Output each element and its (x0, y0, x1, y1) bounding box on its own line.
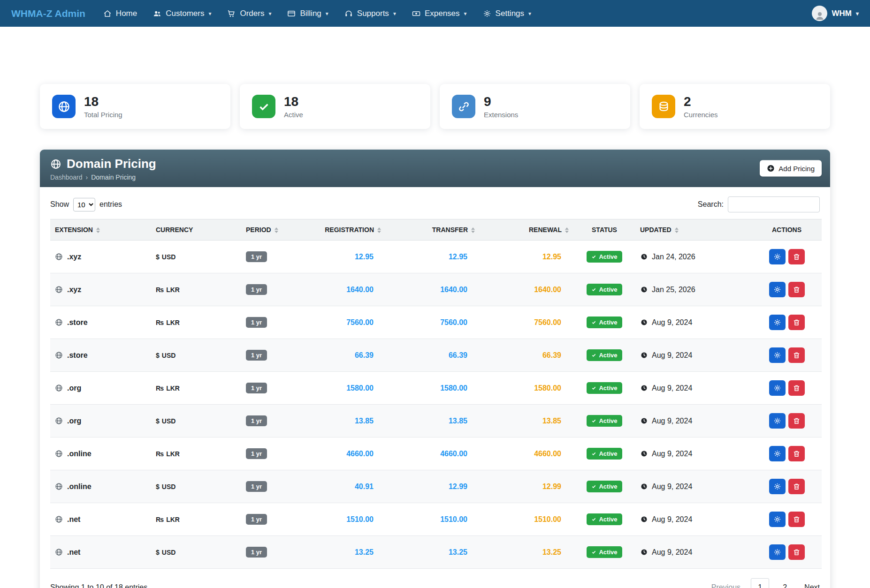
edit-pricing-button[interactable] (769, 249, 786, 264)
check-icon (591, 287, 596, 292)
user-menu[interactable]: WHM ▾ (812, 6, 859, 21)
add-pricing-button[interactable]: Add Pricing (760, 160, 822, 177)
registration-price: 4660.00 (320, 437, 386, 470)
extension-name: .org (67, 417, 81, 425)
renewal-price: 66.39 (480, 339, 573, 372)
nav-item-orders[interactable]: Orders▾ (227, 9, 271, 18)
page-button-2[interactable]: 2 (776, 578, 794, 588)
navbar-menu: HomeCustomers▾Orders▾Billing▾Supports▾Ex… (103, 9, 531, 18)
clock-icon (640, 515, 648, 523)
nav-item-settings[interactable]: Settings▾ (483, 9, 531, 18)
table-row: .store₨LKR1 yr7560.007560.007560.00Activ… (50, 306, 822, 339)
status-badge: Active (587, 415, 622, 427)
clock-icon (640, 482, 648, 490)
delete-pricing-button[interactable] (788, 479, 805, 494)
currency-code: USD (162, 417, 176, 425)
globe-icon (52, 95, 76, 118)
edit-pricing-button[interactable] (769, 446, 786, 461)
table-row: .xyz₨LKR1 yr1640.001640.001640.00ActiveJ… (50, 273, 822, 306)
registration-price: 7560.00 (320, 306, 386, 339)
nav-item-customers[interactable]: Customers▾ (153, 9, 211, 18)
column-header-updated[interactable]: UPDATED (635, 219, 752, 241)
updated-date: Aug 9, 2024 (652, 450, 692, 458)
edit-pricing-button[interactable] (769, 479, 786, 494)
transfer-price: 1640.00 (386, 273, 480, 306)
extension-name: .xyz (67, 286, 81, 294)
edit-pricing-button[interactable] (769, 512, 786, 527)
status-badge: Active (587, 481, 622, 492)
next-page-button[interactable]: Next (804, 583, 820, 588)
currency-code: LKR (166, 516, 180, 523)
delete-pricing-button[interactable] (788, 380, 805, 396)
renewal-price: 1510.00 (480, 503, 573, 536)
nav-item-supports[interactable]: Supports▾ (344, 9, 396, 18)
globe-icon (55, 548, 63, 556)
check-icon (591, 320, 596, 325)
registration-price: 40.91 (320, 470, 386, 503)
clock-icon (640, 417, 648, 425)
nav-item-home[interactable]: Home (103, 9, 137, 18)
edit-pricing-button[interactable] (769, 282, 786, 297)
page-button-1[interactable]: 1 (751, 578, 769, 588)
chevron-down-icon: ▾ (528, 10, 531, 17)
clock-icon (640, 318, 648, 326)
delete-pricing-button[interactable] (788, 512, 805, 527)
extension-name: .org (67, 384, 81, 392)
updated-date: Aug 9, 2024 (652, 482, 692, 490)
status-badge: Active (587, 546, 622, 558)
column-header-registration[interactable]: REGISTRATION (320, 219, 386, 241)
globe-icon (50, 158, 61, 170)
edit-pricing-button[interactable] (769, 347, 786, 363)
globe-icon (55, 351, 63, 359)
table-wrap: EXTENSIONCURRENCYPERIODREGISTRATIONTRANS… (40, 217, 830, 569)
registration-price: 13.25 (320, 536, 386, 569)
check-icon (252, 95, 275, 118)
delete-pricing-button[interactable] (788, 249, 805, 264)
renewal-price: 13.85 (480, 405, 573, 437)
edit-pricing-button[interactable] (769, 315, 786, 330)
delete-pricing-button[interactable] (788, 544, 805, 560)
period-badge: 1 yr (246, 383, 267, 393)
check-icon (591, 484, 596, 489)
sort-icon (275, 227, 278, 233)
previous-page-button[interactable]: Previous (711, 583, 740, 588)
stat-card-active: 18Active (240, 84, 430, 129)
check-icon (591, 418, 596, 423)
clock-icon (640, 548, 648, 556)
delete-pricing-button[interactable] (788, 315, 805, 330)
delete-pricing-button[interactable] (788, 347, 805, 363)
renewal-price: 1580.00 (480, 372, 573, 405)
brand-logo[interactable]: WHMA-Z Admin (11, 8, 85, 19)
pricing-table: EXTENSIONCURRENCYPERIODREGISTRATIONTRANS… (50, 219, 822, 569)
renewal-price: 13.25 (480, 536, 573, 569)
page-size-select[interactable]: 10 (73, 198, 95, 211)
delete-pricing-button[interactable] (788, 282, 805, 297)
pagination-pages: 12 (751, 578, 794, 588)
nav-item-billing[interactable]: Billing▾ (287, 9, 328, 18)
renewal-price: 1640.00 (480, 273, 573, 306)
sort-icon (377, 227, 381, 233)
delete-pricing-button[interactable] (788, 446, 805, 461)
globe-icon (55, 253, 63, 261)
show-label: Show (50, 200, 69, 209)
stat-card-total-pricing: 18Total Pricing (40, 84, 230, 129)
period-badge: 1 yr (246, 350, 267, 361)
edit-pricing-button[interactable] (769, 380, 786, 396)
edit-pricing-button[interactable] (769, 544, 786, 560)
breadcrumb-dashboard[interactable]: Dashboard (50, 173, 83, 181)
column-header-transfer[interactable]: TRANSFER (386, 219, 480, 241)
transfer-price: 12.99 (386, 470, 480, 503)
edit-pricing-button[interactable] (769, 413, 786, 429)
column-header-extension[interactable]: EXTENSION (50, 219, 151, 241)
column-header-period[interactable]: PERIOD (241, 219, 320, 241)
column-header-currency: CURRENCY (151, 219, 241, 241)
search-input[interactable] (728, 196, 820, 212)
avatar (812, 6, 827, 21)
check-icon (591, 550, 596, 555)
delete-pricing-button[interactable] (788, 413, 805, 429)
column-header-renewal[interactable]: RENEWAL (480, 219, 573, 241)
plus-circle-icon (767, 165, 775, 173)
nav-item-expenses[interactable]: Expenses▾ (412, 9, 467, 18)
renewal-price: 4660.00 (480, 437, 573, 470)
currency-code: USD (162, 483, 176, 490)
